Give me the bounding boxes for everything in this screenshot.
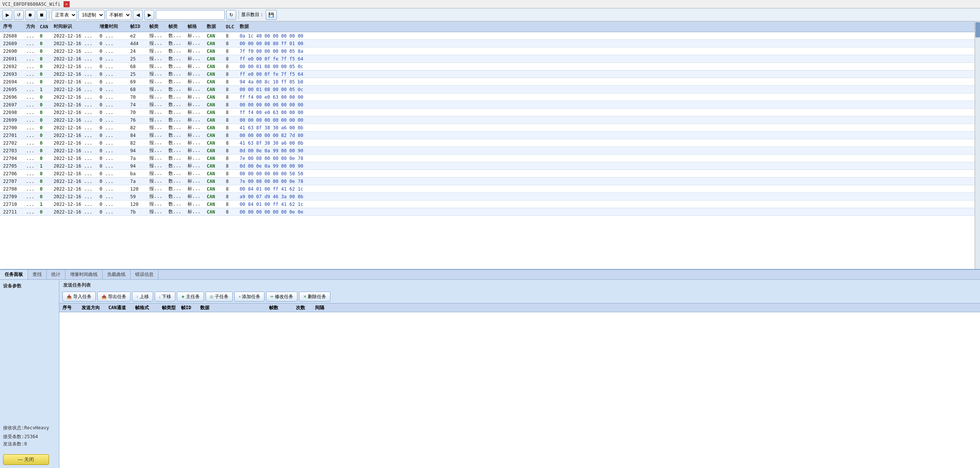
table-row[interactable]: 22689 ... 0 2022-12-16 ... 0 ... 4d4 报..… (0, 40, 980, 47)
table-row[interactable]: 22706 ... 0 2022-12-16 ... 0 ... ba 报...… (0, 170, 980, 178)
table-row[interactable]: 22694 ... 0 2022-12-16 ... 0 ... 69 报...… (0, 78, 980, 86)
table-row[interactable]: 22692 ... 0 2022-12-16 ... 0 ... 68 报...… (0, 63, 980, 70)
cell-data: a9 00 07 d9 46 3a 00 0b (238, 194, 978, 199)
task-btn-import[interactable]: 📥导入任务 (62, 292, 96, 302)
scrollbar[interactable] (975, 21, 980, 269)
cell-fclass: 数... (167, 86, 186, 93)
mode-select[interactable]: 正常表 统计表 (52, 10, 77, 20)
delete-task-icon: ✕ (303, 294, 307, 299)
filter-select[interactable]: 不解析 解析 (106, 10, 131, 20)
table-row[interactable]: 22698 ... 0 2022-12-16 ... 0 ... 70 报...… (0, 109, 980, 116)
task-rows (59, 312, 980, 468)
record-button[interactable]: ⏺ (25, 10, 35, 20)
cell-fdata: CAN (205, 56, 224, 62)
tc-fid: 帧ID (180, 305, 199, 311)
cell-fid: 4d4 (129, 41, 148, 46)
table-row[interactable]: 22710 ... 1 2022-12-16 ... 0 ... 120 报..… (0, 201, 980, 208)
table-row[interactable]: 22697 ... 0 2022-12-16 ... 0 ... 74 报...… (0, 101, 980, 109)
filter-fwd-button[interactable]: ▶ (144, 10, 154, 20)
table-row[interactable]: 22709 ... 0 2022-12-16 ... 0 ... 59 报...… (0, 193, 980, 201)
sep2 (238, 11, 239, 19)
cell-dir: ... (24, 140, 38, 146)
cell-dir: ... (24, 125, 38, 130)
left-panel: 设备参数 接收状态:RecvHeavy 接受条数:25364 发送条数:0 — … (0, 280, 59, 468)
bottom-tab-task-panel[interactable]: 任务面板 (0, 270, 28, 279)
bottom-tab-error-info[interactable]: 错误信息 (131, 270, 158, 279)
table-row[interactable]: 22707 ... 0 2022-12-16 ... 0 ... 7a 报...… (0, 178, 980, 185)
play-button[interactable]: ▶ (2, 10, 12, 20)
cell-ftype: 报... (148, 109, 167, 116)
cell-ftype: 报... (148, 86, 167, 93)
search-input[interactable] (156, 10, 225, 20)
table-row[interactable]: 22701 ... 0 2022-12-16 ... 0 ... 84 报...… (0, 132, 980, 139)
cell-data: 00 00 00 00 00 00 50 50 (238, 171, 978, 176)
table-row[interactable]: 22705 ... 1 2022-12-16 ... 0 ... 94 报...… (0, 162, 980, 170)
cell-ftype: 报... (148, 63, 167, 70)
table-row[interactable]: 22695 ... 1 2022-12-16 ... 0 ... 68 报...… (0, 86, 980, 93)
cell-inctime: 0 ... (98, 95, 129, 100)
task-btn-move-down[interactable]: ↓下移 (155, 292, 176, 302)
task-btn-edit-task[interactable]: ✏修改任务 (266, 292, 297, 302)
table-row[interactable]: 22696 ... 0 2022-12-16 ... 0 ... 70 报...… (0, 93, 980, 101)
bottom-tab-search[interactable]: 查找 (28, 270, 47, 279)
cell-can: 0 (38, 194, 52, 199)
task-btn-add-task[interactable]: +添加任务 (234, 292, 265, 302)
cell-fdata: CAN (205, 95, 224, 100)
close-button[interactable]: × (64, 1, 70, 7)
cell-can: 0 (38, 64, 52, 69)
cell-ftype: 报... (148, 201, 167, 207)
toolbar: ▶ ↺ ⏺ ⏹ 正常表 统计表 16进制 10进制 8进制 2进制 不解析 解析… (0, 8, 980, 21)
cell-time: 2022-12-16 ... (52, 209, 98, 215)
cell-fclass: 数... (167, 140, 186, 146)
table-row[interactable]: 22699 ... 0 2022-12-16 ... 0 ... 76 报...… (0, 116, 980, 124)
tc-ftype: 帧类型 (160, 305, 180, 311)
table-row[interactable]: 22691 ... 0 2022-12-16 ... 0 ... 25 报...… (0, 55, 980, 63)
stop-button[interactable]: ⏹ (37, 10, 47, 20)
cell-dlc: 8 (224, 209, 238, 215)
search-refresh-button[interactable]: ↻ (226, 10, 236, 20)
cell-fclass: 数... (167, 170, 186, 177)
move-up-icon: ↑ (136, 294, 139, 299)
cell-time: 2022-12-16 ... (52, 95, 98, 100)
close-button[interactable]: — 关闭 (3, 454, 49, 465)
cell-fclass: 数... (167, 155, 186, 161)
cell-fframe: 标... (186, 40, 205, 47)
task-btn-delete-task[interactable]: ✕删除任务 (299, 292, 330, 302)
filter-back-button[interactable]: ◀ (133, 10, 143, 20)
table-row[interactable]: 22702 ... 0 2022-12-16 ... 0 ... 82 报...… (0, 139, 980, 147)
cell-dir: ... (24, 33, 38, 39)
base-select[interactable]: 16进制 10进制 8进制 2进制 (78, 10, 105, 20)
table-row[interactable]: 22693 ... 0 2022-12-16 ... 0 ... 25 报...… (0, 70, 980, 78)
cell-fdata: CAN (205, 49, 224, 54)
bottom-tabs: 任务面板查找统计增量时间曲线负载曲线错误信息 (0, 270, 980, 280)
cell-dir: ... (24, 64, 38, 69)
cell-data: 00 00 01 08 00 00 05 0c (238, 87, 978, 92)
cell-data: 00 00 00 08 80 ff 01 00 (238, 41, 978, 46)
cell-dlc: 8 (224, 87, 238, 92)
refresh-button[interactable]: ↺ (14, 10, 24, 20)
cell-dlc: 8 (224, 202, 238, 207)
task-btn-sub-task[interactable]: ◎子任务 (206, 292, 233, 302)
table-row[interactable]: 22700 ... 0 2022-12-16 ... 0 ... 82 报...… (0, 124, 980, 132)
task-btn-export[interactable]: 📤导出任务 (97, 292, 131, 302)
cell-ftype: 报... (148, 94, 167, 100)
table-row[interactable]: 22708 ... 0 2022-12-16 ... 0 ... 120 报..… (0, 185, 980, 193)
table-row[interactable]: 22711 ... 0 2022-12-16 ... 0 ... 7b 报...… (0, 208, 980, 216)
save-button[interactable]: 💾 (266, 10, 277, 20)
cell-fid: 94 (129, 163, 148, 169)
table-row[interactable]: 22704 ... 0 2022-12-16 ... 0 ... 7a 报...… (0, 155, 980, 162)
task-btn-main-task[interactable]: ★主任务 (177, 292, 204, 302)
task-btn-move-up[interactable]: ↑上移 (132, 292, 153, 302)
table-row[interactable]: 22688 ... 0 2022-12-16 ... 0 ... e2 报...… (0, 32, 980, 40)
move-down-label: 下移 (162, 294, 171, 300)
cell-dlc: 8 (224, 194, 238, 199)
cell-data: 41 63 8f 38 30 a6 00 0b (238, 125, 978, 130)
bottom-tab-stats[interactable]: 统计 (47, 270, 65, 279)
table-row[interactable]: 22690 ... 0 2022-12-16 ... 0 ... 24 报...… (0, 47, 980, 55)
bottom-tab-inctime-curve[interactable]: 增量时间曲线 (65, 270, 103, 279)
cell-fclass: 数... (167, 48, 186, 54)
cell-can: 0 (38, 156, 52, 161)
bottom-tab-load-curve[interactable]: 负载曲线 (103, 270, 131, 279)
cell-ftype: 报... (148, 155, 167, 161)
table-row[interactable]: 22703 ... 0 2022-12-16 ... 0 ... 94 报...… (0, 147, 980, 155)
